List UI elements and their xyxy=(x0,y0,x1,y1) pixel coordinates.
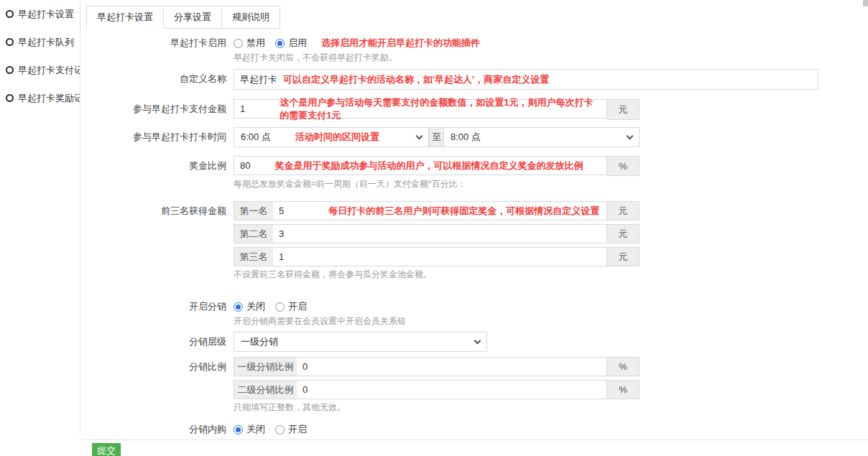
top3-help-text: 不设置前三名获得金额，将会参与瓜分奖金池金额。 xyxy=(234,269,640,280)
input-value: 0 xyxy=(303,384,308,395)
rank-addon: 第三名 xyxy=(234,247,273,266)
radio-innerbuy-on[interactable]: 开启 xyxy=(275,423,307,436)
dist-level-select[interactable]: 一级分销 xyxy=(234,332,487,352)
radio-icon xyxy=(234,39,243,48)
radio-enable[interactable]: 启用 xyxy=(275,37,307,50)
input-value: 1 xyxy=(279,251,284,262)
bonus-ratio-input[interactable]: 80 奖金是用于奖励成功参与活动的用户，可以根据情况自定义奖金的发放比例 xyxy=(234,156,607,175)
custom-name-input[interactable]: 早起打卡 可以自定义早起打卡的活动名称，如'早起达人'，商家自定义设置 xyxy=(234,69,818,90)
level1-ratio-input[interactable]: 0 xyxy=(297,357,607,376)
radio-label: 开启 xyxy=(288,300,307,313)
unit-addon: 元 xyxy=(607,201,640,220)
tab-checkin-settings[interactable]: 早起打卡设置 xyxy=(86,6,164,29)
input-value: 0 xyxy=(303,361,308,372)
sidebar: 早起打卡设置 早起打卡队列 早起打卡支付记录 早起打卡奖励记录 xyxy=(0,0,80,434)
field-label: 早起打卡启用 xyxy=(86,37,234,50)
sidebar-item-label: 早起打卡奖励记录 xyxy=(18,92,80,105)
radio-label: 禁用 xyxy=(246,37,265,50)
start-time-select[interactable]: 6:00 点 活动时间的区间设置 xyxy=(234,127,429,147)
top3-row-3: 第三名 1 元 xyxy=(234,247,640,266)
row-checkin-time: 参与早起打卡打卡时间 6:00 点 活动时间的区间设置 至 8:00 点 xyxy=(86,127,868,147)
circle-icon xyxy=(6,94,14,102)
row-bonus-ratio: 奖金比例 80 奖金是用于奖励成功参与活动的用户，可以根据情况自定义奖金的发放比… xyxy=(86,156,868,190)
chevron-down-icon xyxy=(416,133,423,140)
sidebar-item-payment-records[interactable]: 早起打卡支付记录 xyxy=(0,56,80,84)
unit-addon: 元 xyxy=(607,99,640,120)
custom-name-hint: 可以自定义早起打卡的活动名称，如'早起达人'，商家自定义设置 xyxy=(283,73,549,86)
sidebar-item-checkin-queue[interactable]: 早起打卡队列 xyxy=(0,28,80,56)
row-distribution: 开启分销 关闭 开启 开启分销商需要在会员设置中开启会员关系链 xyxy=(86,300,868,327)
rank-addon: 第一名 xyxy=(234,201,273,220)
unit-addon: % xyxy=(607,357,640,376)
dist-ratio-row-2: 二级分销比例 0 % xyxy=(234,380,640,399)
select-value: 8:00 点 xyxy=(451,131,481,144)
select-value: 一级分销 xyxy=(241,335,278,348)
top3-hint: 每日打卡的前三名用户则可获得固定奖金，可根据情况自定义设置 xyxy=(328,205,599,218)
dist-ratio-row-1: 一级分销比例 0 % xyxy=(234,357,640,376)
end-time-select[interactable]: 8:00 点 xyxy=(444,127,640,147)
field-label: 前三名获得金额 xyxy=(86,201,234,220)
field-label: 分销比例 xyxy=(86,357,234,376)
enable-hint: 选择启用才能开启早起打卡的功能插件 xyxy=(321,37,480,50)
rank3-amount-input[interactable]: 1 xyxy=(273,247,607,266)
radio-icon xyxy=(275,302,285,312)
field-label: 参与早起打卡打卡时间 xyxy=(86,127,234,147)
submit-button[interactable]: 提交 xyxy=(92,443,121,456)
input-value: 1 xyxy=(240,103,245,114)
to-separator: 至 xyxy=(429,127,444,147)
tab-share-settings[interactable]: 分享设置 xyxy=(163,6,222,29)
radio-icon xyxy=(275,425,285,434)
tab-bar: 早起打卡设置 分享设置 规则说明 xyxy=(86,6,280,29)
row-dist-ratio: 分销比例 一级分销比例 0 % 二级分销比例 0 % 只能填写正整数，其他无效。 xyxy=(86,357,868,413)
radio-innerbuy-off[interactable]: 关闭 xyxy=(234,423,265,436)
field-label: 自定义名称 xyxy=(86,69,234,89)
unit-addon: % xyxy=(607,380,640,399)
scrollbar-thumb[interactable] xyxy=(863,0,868,6)
row-inner-buy: 分销内购 关闭 开启 xyxy=(86,423,868,436)
bonus-ratio-hint: 奖金是用于奖励成功参与活动的用户，可以根据情况自定义奖金的发放比例 xyxy=(274,159,583,172)
input-value: 5 xyxy=(279,205,284,216)
bonus-ratio-help-text: 每期总发放奖金金额=前一周期（前一天）支付金额*百分比： xyxy=(234,179,640,190)
radio-label: 关闭 xyxy=(246,300,265,313)
sidebar-item-label: 早起打卡设置 xyxy=(18,8,74,21)
row-dist-level: 分销层级 一级分销 xyxy=(86,332,868,352)
radio-label: 开启 xyxy=(288,423,307,436)
radio-dist-off[interactable]: 关闭 xyxy=(234,300,265,313)
unit-addon: % xyxy=(607,156,640,176)
pay-amount-hint: 这个是用户参与活动每天需要支付的金额数值，如设置1元，则用户每次打卡的需要支付1… xyxy=(280,96,601,122)
ratio-name-addon: 二级分销比例 xyxy=(234,380,297,399)
input-value: 80 xyxy=(240,160,250,171)
radio-disable[interactable]: 禁用 xyxy=(234,37,265,50)
unit-addon: 元 xyxy=(607,224,640,243)
rank2-amount-input[interactable]: 3 xyxy=(273,224,607,243)
circle-icon xyxy=(6,66,14,74)
sidebar-item-reward-records[interactable]: 早起打卡奖励记录 xyxy=(0,84,80,112)
rank1-amount-input[interactable]: 5 每日打卡的前三名用户则可获得固定奖金，可根据情况自定义设置 xyxy=(273,201,607,220)
input-value: 早起打卡 xyxy=(240,73,277,86)
radio-label: 关闭 xyxy=(246,423,265,436)
distribution-help-text: 开启分销商需要在会员设置中开启会员关系链 xyxy=(234,316,406,327)
scrollbar[interactable] xyxy=(863,0,868,456)
rank-addon: 第二名 xyxy=(234,224,273,243)
row-pay-amount: 参与早起打卡支付金额 1 这个是用户参与活动每天需要支付的金额数值，如设置1元，… xyxy=(86,99,868,120)
sidebar-item-label: 早起打卡队列 xyxy=(18,36,74,49)
dist-ratio-help-text: 只能填写正整数，其他无效。 xyxy=(234,402,640,413)
top3-row-1: 第一名 5 每日打卡的前三名用户则可获得固定奖金，可根据情况自定义设置 元 xyxy=(234,201,640,220)
level2-ratio-input[interactable]: 0 xyxy=(297,380,607,399)
field-label: 开启分销 xyxy=(86,300,234,313)
unit-addon: 元 xyxy=(607,247,640,266)
footer-divider: 提交 xyxy=(79,439,868,456)
row-checkin-enable: 早起打卡启用 禁用 启用 选择启用才能开启早起打卡的功能插件 早起打卡关闭后，不… xyxy=(86,37,868,63)
radio-label: 启用 xyxy=(288,37,307,50)
radio-checked-icon xyxy=(234,302,243,312)
sidebar-item-checkin-settings[interactable]: 早起打卡设置 xyxy=(0,0,80,28)
select-value: 6:00 点 xyxy=(241,131,271,144)
field-label: 分销内购 xyxy=(86,423,234,436)
field-label: 分销层级 xyxy=(86,332,234,352)
radio-dist-on[interactable]: 开启 xyxy=(275,300,307,313)
pay-amount-input[interactable]: 1 这个是用户参与活动每天需要支付的金额数值，如设置1元，则用户每次打卡的需要支… xyxy=(234,99,607,118)
circle-icon xyxy=(6,38,14,46)
chevron-down-icon xyxy=(474,338,481,345)
row-custom-name: 自定义名称 早起打卡 可以自定义早起打卡的活动名称，如'早起达人'，商家自定义设… xyxy=(86,69,868,90)
tab-rules[interactable]: 规则说明 xyxy=(221,6,280,29)
